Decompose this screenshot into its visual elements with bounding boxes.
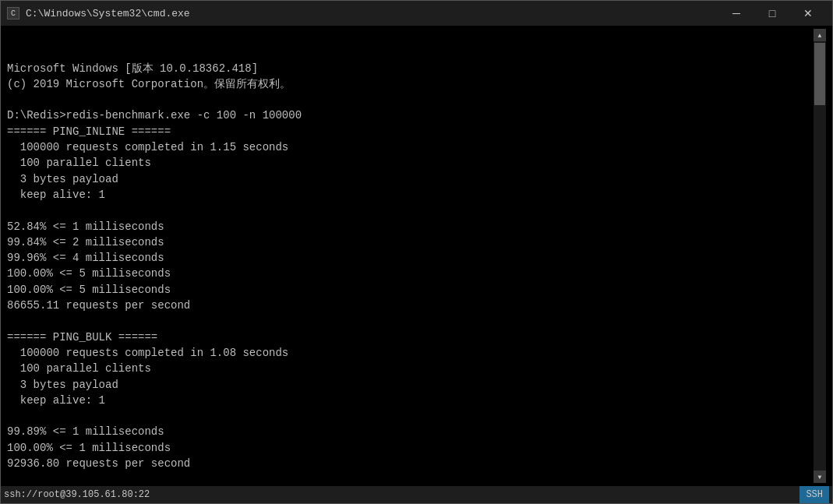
console-line: 100 parallel clients xyxy=(7,155,814,171)
console-line: 3 bytes payload xyxy=(7,377,814,393)
close-button[interactable]: ✕ xyxy=(790,1,826,26)
console-line: (c) 2019 Microsoft Corporation。保留所有权利。 xyxy=(7,76,814,92)
scroll-up-button[interactable]: ▲ xyxy=(814,29,826,41)
window-icon: C xyxy=(7,7,19,19)
window-controls: ─ □ ✕ xyxy=(718,1,826,26)
console-line: 92936.80 requests per second xyxy=(7,456,814,471)
scrollbar[interactable]: ▲ ▼ xyxy=(814,29,826,483)
console-line xyxy=(7,313,814,329)
console-line: 52.84% <= 1 milliseconds xyxy=(7,219,814,234)
console-line xyxy=(7,408,814,424)
console-line: 100000 requests completed in 1.15 second… xyxy=(7,139,814,155)
title-bar: C C:\Windows\System32\cmd.exe ─ □ ✕ xyxy=(1,1,832,26)
window-title: C:\Windows\System32\cmd.exe xyxy=(26,8,718,19)
console-line: Microsoft Windows [版本 10.0.18362.418] xyxy=(7,61,814,76)
console-content: Microsoft Windows [版本 10.0.18362.418](c)… xyxy=(7,29,814,483)
console-line: ====== PING_BULK ====== xyxy=(7,330,814,345)
cmd-window: C C:\Windows\System32\cmd.exe ─ □ ✕ Micr… xyxy=(0,0,833,504)
console-line xyxy=(7,92,814,107)
console-line: 99.84% <= 2 milliseconds xyxy=(7,234,814,250)
console-line: 100.00% <= 1 milliseconds xyxy=(7,440,814,456)
console-line: keep alive: 1 xyxy=(7,393,814,408)
console-line: 99.96% <= 4 milliseconds xyxy=(7,250,814,266)
console-line: 100.00% <= 5 milliseconds xyxy=(7,282,814,298)
console-line: ====== PING_INLINE ====== xyxy=(7,124,814,139)
console-line: 100 parallel clients xyxy=(7,361,814,376)
status-bar-left: ssh://root@39.105.61.80:22 xyxy=(4,489,150,500)
scrollbar-thumb[interactable] xyxy=(814,43,825,105)
console-line xyxy=(7,471,814,483)
console-line: D:\Redis>redis-benchmark.exe -c 100 -n 1… xyxy=(7,107,814,123)
console-line xyxy=(7,203,814,218)
console-line: 99.89% <= 1 milliseconds xyxy=(7,424,814,439)
window-icon-label: C xyxy=(11,9,16,18)
status-bar-right: SSH xyxy=(799,486,829,503)
scroll-down-button[interactable]: ▼ xyxy=(814,471,826,483)
scrollbar-track[interactable] xyxy=(814,41,826,471)
console-line: 100000 requests completed in 1.08 second… xyxy=(7,345,814,361)
console-line: 3 bytes payload xyxy=(7,171,814,187)
console-body: Microsoft Windows [版本 10.0.18362.418](c)… xyxy=(1,26,832,486)
console-line: keep alive: 1 xyxy=(7,187,814,203)
status-bar: ssh://root@39.105.61.80:22 SSH xyxy=(1,486,832,503)
console-line: 86655.11 requests per second xyxy=(7,298,814,313)
minimize-button[interactable]: ─ xyxy=(718,1,754,26)
console-line: 100.00% <= 5 milliseconds xyxy=(7,266,814,281)
maximize-button[interactable]: □ xyxy=(754,1,790,26)
